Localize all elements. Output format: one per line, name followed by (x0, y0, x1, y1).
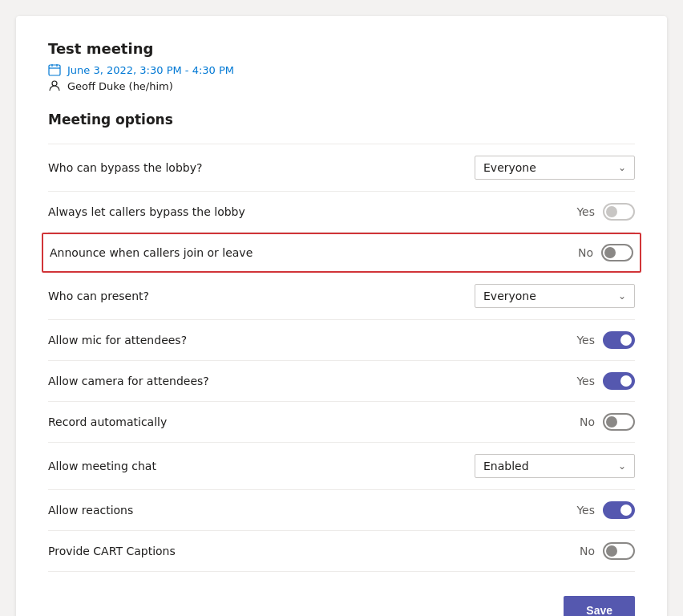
toggle-value-mic-attendees: Yes (576, 334, 595, 346)
option-row-announce-callers: Announce when callers join or leave No (42, 233, 641, 273)
option-label-who-present: Who can present? (48, 290, 149, 302)
option-label-cart-captions: Provide CART Captions (48, 545, 176, 557)
dropdown-meeting-chat[interactable]: Enabled ⌄ (475, 454, 635, 478)
chevron-down-icon: ⌄ (618, 162, 626, 173)
toggle-value-record-auto: No (580, 415, 595, 428)
toggle-value-camera-attendees: Yes (576, 375, 595, 387)
option-row-record-auto: Record automatically No (48, 402, 635, 443)
dropdown-who-present[interactable]: Everyone ⌄ (475, 284, 635, 308)
dropdown-value-who-present: Everyone (483, 290, 536, 302)
toggle-value-announce-callers: No (578, 246, 593, 259)
toggle-camera-attendees[interactable] (603, 372, 635, 390)
option-label-camera-attendees: Allow camera for attendees? (48, 375, 209, 387)
option-control-mic-attendees: Yes (576, 331, 635, 349)
option-row-meeting-chat: Allow meeting chat Enabled ⌄ (48, 443, 635, 490)
save-button[interactable]: Save (564, 596, 635, 616)
meeting-meta: June 3, 2022, 3:30 PM - 4:30 PM Geoff Du… (48, 63, 635, 92)
option-control-meeting-chat: Enabled ⌄ (475, 454, 635, 478)
option-label-mic-attendees: Allow mic for attendees? (48, 334, 187, 346)
option-control-record-auto: No (580, 413, 635, 431)
chevron-down-icon: ⌄ (618, 290, 626, 302)
save-btn-row: Save (48, 596, 635, 616)
option-row-callers-bypass: Always let callers bypass the lobby Yes (48, 192, 635, 233)
option-label-callers-bypass: Always let callers bypass the lobby (48, 205, 245, 218)
toggle-value-callers-bypass: Yes (576, 205, 595, 218)
option-control-reactions: Yes (576, 501, 635, 519)
option-row-mic-attendees: Allow mic for attendees? Yes (48, 320, 635, 361)
option-row-camera-attendees: Allow camera for attendees? Yes (48, 361, 635, 402)
svg-point-4 (52, 81, 57, 86)
dropdown-lobby-bypass[interactable]: Everyone ⌄ (475, 156, 635, 180)
svg-rect-0 (49, 65, 60, 75)
toggle-cart-captions[interactable] (603, 542, 635, 560)
meeting-organizer-row: Geoff Duke (he/him) (48, 79, 635, 92)
option-row-reactions: Allow reactions Yes (48, 490, 635, 531)
option-label-record-auto: Record automatically (48, 415, 167, 428)
toggle-callers-bypass[interactable] (603, 203, 635, 221)
options-list: Who can bypass the lobby? Everyone ⌄ Alw… (48, 144, 635, 572)
option-row-cart-captions: Provide CART Captions No (48, 531, 635, 572)
toggle-record-auto[interactable] (603, 413, 635, 431)
toggle-announce-callers[interactable] (601, 244, 633, 261)
option-control-callers-bypass: Yes (576, 203, 635, 221)
option-control-lobby-bypass: Everyone ⌄ (475, 156, 635, 180)
option-row-who-present: Who can present? Everyone ⌄ (48, 273, 635, 320)
dropdown-value-lobby-bypass: Everyone (483, 161, 536, 174)
section-title: Meeting options (48, 111, 635, 128)
option-control-camera-attendees: Yes (576, 372, 635, 390)
option-control-who-present: Everyone ⌄ (475, 284, 635, 308)
meeting-date-row: June 3, 2022, 3:30 PM - 4:30 PM (48, 63, 635, 76)
option-label-announce-callers: Announce when callers join or leave (50, 246, 253, 259)
calendar-icon (48, 63, 61, 76)
option-label-lobby-bypass: Who can bypass the lobby? (48, 161, 202, 174)
meeting-title: Test meeting (48, 40, 635, 57)
option-control-cart-captions: No (580, 542, 635, 560)
toggle-value-cart-captions: No (580, 545, 595, 557)
option-label-reactions: Allow reactions (48, 504, 133, 517)
toggle-reactions[interactable] (603, 501, 635, 519)
option-control-announce-callers: No (578, 244, 633, 261)
option-row-lobby-bypass: Who can bypass the lobby? Everyone ⌄ (48, 144, 635, 192)
option-label-meeting-chat: Allow meeting chat (48, 460, 156, 472)
toggle-value-reactions: Yes (576, 504, 595, 517)
meeting-options-card: Test meeting June 3, 2022, 3:30 PM - 4:3… (16, 16, 667, 616)
toggle-mic-attendees[interactable] (603, 331, 635, 349)
dropdown-value-meeting-chat: Enabled (483, 460, 529, 472)
person-icon (48, 79, 61, 92)
meeting-organizer: Geoff Duke (he/him) (67, 80, 173, 92)
meeting-date: June 3, 2022, 3:30 PM - 4:30 PM (67, 64, 234, 76)
chevron-down-icon: ⌄ (618, 460, 626, 472)
